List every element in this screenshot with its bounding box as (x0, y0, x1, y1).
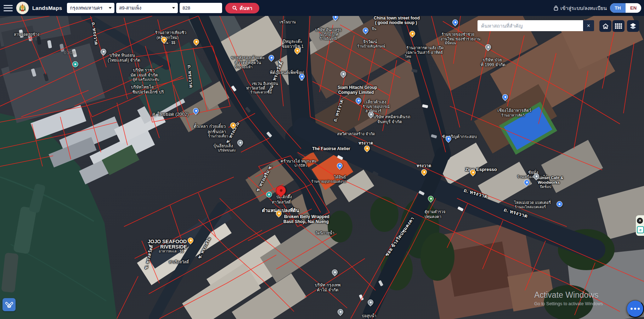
map-label: ร้านอัญมณี (320, 37, 337, 40)
map-label: ร้านขายของชำช่วย (442, 33, 475, 36)
lang-en-button[interactable]: EN (626, 3, 641, 13)
map-label: ท่าวัดสวัสดิ์ (246, 86, 265, 90)
map-label: บริษัท ราชา (133, 68, 154, 72)
parcel-number-input[interactable] (180, 3, 222, 13)
map-label: The Faoirse Atelier (312, 147, 350, 151)
map-label: จันทบุรี จำกัด (377, 120, 402, 124)
login-register-label: เข้าสู่ระบบ/ลงทะเบียน (560, 4, 607, 12)
map-label: ร้านรองเท้า (235, 65, 253, 69)
map-label: Sunset Café & (537, 176, 564, 180)
close-icon: × (587, 23, 590, 29)
satellite-basemap (0, 0, 644, 319)
search-button-label: ค้นหา (239, 4, 252, 12)
map-label: บริษัท สหมิตรเดินรถ (373, 115, 410, 119)
map-label: บริษัท กรุงเทพ (315, 283, 341, 287)
lang-th-button[interactable]: TH (610, 3, 626, 13)
map-label: ท่าวัดสวัสดิ์ (272, 200, 291, 204)
map-sheet-select[interactable]: ส9-สามเพ็ง (116, 3, 178, 13)
map-label: ตั้วเหลา ก๋วยเตี๋ยว (194, 124, 226, 129)
map-label: บริษัท ป่วย (483, 58, 502, 62)
map-label: บ่อสูบน้ำ (362, 314, 377, 318)
measure-tools-button[interactable] (2, 298, 16, 311)
map-label: ร้านอาหารสัตว์ (501, 114, 524, 117)
more-options-fab[interactable] (626, 300, 644, 318)
map-label: วัดนิกายน้ำ (315, 231, 334, 235)
map-label: ท่าเรือสวัสดิ์ (169, 260, 189, 264)
map-sheet-select-value: ส9-สามเพ็ง (119, 4, 169, 12)
clear-search-button[interactable]: × (583, 20, 594, 31)
grid-icon (615, 23, 622, 29)
home-button[interactable] (599, 20, 611, 32)
map-label: บริษัท อันเบลรูธ (315, 28, 342, 32)
province-select[interactable]: กรุงเทพมหานคร (67, 3, 114, 13)
chevron-down-icon (109, 7, 112, 9)
map-label: เลี่ยวต้าเฮง (366, 100, 386, 104)
map-label: เฉพาะวันเสาร์-อาทิตย์ (406, 51, 443, 55)
menu-icon[interactable] (4, 5, 13, 11)
layers-icon (629, 23, 637, 29)
map-label: ขายส่งรองเท้าแตะ (231, 56, 265, 60)
widget-close-icon[interactable]: ✕ (637, 218, 643, 224)
map-label: จีน (372, 27, 377, 31)
map-label: ทรงวาด (417, 164, 431, 168)
map-label: Basil Shop, Nai Nueng (283, 220, 329, 224)
province-select-value: กรุงเทพมหานคร (70, 4, 106, 12)
map-label: บาร์บีคิว (294, 164, 307, 167)
poi-search-input[interactable] (478, 20, 583, 31)
map-label: ร้านอาหารตามสั่ง เปิด (406, 46, 444, 50)
map-label: Woodworks (538, 181, 560, 184)
map-label: ส. ไทยยอด (2002) (152, 112, 189, 116)
map-canvas[interactable]: ถ. ทรงวาดถ. ทรงวาดถนน ทรงสวัสดิ์ถ. ทรงวา… (0, 0, 644, 319)
map-pin[interactable] (72, 61, 78, 67)
search-button[interactable]: ค้นหา (225, 3, 259, 13)
map-label: China town street food (374, 16, 420, 20)
map-label: (ไทยแลนด์) จำกัด (108, 58, 140, 62)
map-label: ปีดช็อป (540, 185, 551, 189)
map-label: บริษัทขนส่ง (218, 149, 236, 152)
map-label: มเบิกฤ เกต (320, 33, 339, 36)
department-logo (16, 1, 29, 15)
map-label: ผู้ค้าเครื่องประดับ (133, 78, 159, 81)
dots-icon (631, 308, 633, 310)
map-label: ทรงวาด (358, 141, 373, 145)
map-label: ค้าไม้ จำกัด (317, 288, 339, 292)
map-label: ฮาร์ดแวร์ (365, 109, 381, 113)
map-label: งานใหม่ ของชำร่วยงาน (441, 37, 481, 41)
map-label: ซอยวานิช 1 (282, 44, 304, 49)
map-label: มัด เจมส์ จำกัด (130, 73, 158, 77)
map-label: (คลีนลูกใหม่) (157, 36, 179, 40)
map-pin[interactable] (266, 192, 272, 198)
map-label: จิรวัฒน์ (363, 40, 377, 44)
map-label: ( good noodle soup ) (375, 21, 417, 25)
map-label: ร้านขายอุปกรณ์ (363, 105, 390, 109)
map-label: บริษัท หินอ่อน (109, 53, 135, 57)
map-label: มีนี่ทอม (445, 41, 457, 45)
widget-e-icon[interactable]: e (637, 226, 644, 233)
map-label: เซเว่น อีเลฟเว่น (252, 82, 278, 86)
map-label: ไทย (405, 55, 411, 58)
map-label: เชียงไฮ้อาหารสัตว์ (497, 108, 531, 113)
chevron-down-icon (172, 7, 175, 9)
map-label: JOJO SEAFOOD (148, 239, 187, 244)
map-label: ลูกชิ้นปลา (208, 130, 226, 134)
map-label: บุ้นฮียบเส็ง (213, 144, 233, 148)
map-label: อาหารทะเล · $$ (159, 250, 184, 253)
map-label: ครัวนางไอ่ หมูกะทะ (281, 159, 317, 163)
map-label: ร้านก๋วยเตี๋ยว (208, 135, 228, 138)
map-label: ลานจอดรถข้าง (14, 33, 39, 36)
landsmaps-app: ถ. ทรงวาดถ. ทรงวาดถนน ทรงสวัสดิ์ถ. ทรงวา… (0, 0, 644, 319)
login-register-link[interactable]: เข้าสู่ระบบ/ลงทะเบียน (554, 4, 607, 12)
map-label: Company Limited (338, 90, 374, 95)
map-label: ปีหมูละเด๊ะ (283, 39, 303, 44)
layers-button[interactable] (627, 20, 639, 32)
map-label: ตู้ยามตำรวจ (425, 210, 446, 214)
home-icon (602, 23, 609, 29)
map-label: ได้อินธ์ (334, 175, 346, 179)
map-pin[interactable] (557, 201, 563, 207)
map-label: ปทุมคงคา (424, 215, 441, 219)
grid-button[interactable] (612, 20, 625, 32)
pencil-ruler-icon (5, 301, 13, 309)
feedback-widget: ✕ e (636, 215, 644, 236)
map-label: พีด้าแลนด์เพ็ทช็อป (270, 70, 304, 75)
map-label: ไหลเม่งฮวด แบตเตอรี่ (514, 201, 551, 205)
